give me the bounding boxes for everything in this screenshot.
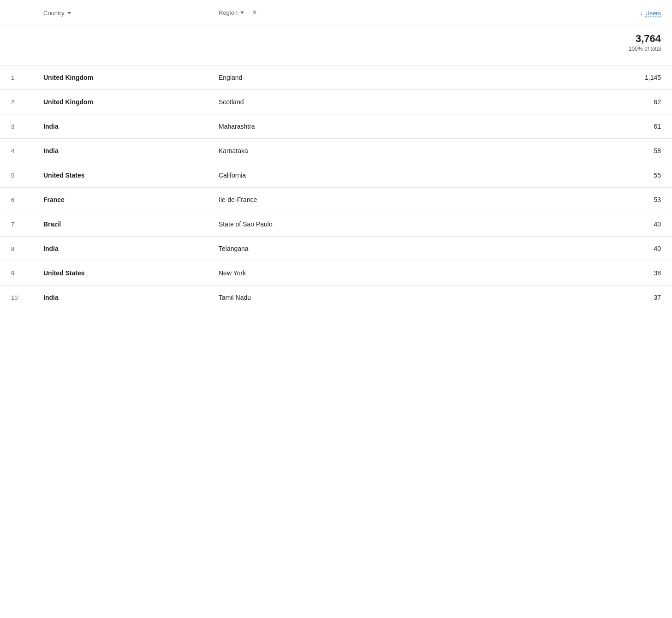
table-row: 1 United Kingdom England 1,145 — [0, 65, 672, 90]
index-header — [0, 0, 32, 25]
summary-percent: 100% of total — [554, 46, 661, 52]
table-row: 3 India Maharashtra 61 — [0, 114, 672, 139]
row-region-6: Ile-de-France — [208, 188, 543, 212]
region-header-wrap: Region × — [219, 8, 532, 17]
row-country-10: India — [32, 285, 208, 310]
region-close-button[interactable]: × — [252, 8, 256, 17]
table-row: 10 India Tamil Nadu 37 — [0, 285, 672, 310]
table-header-row: Country Region × ↓ — [0, 0, 672, 25]
row-users-3: 61 — [543, 114, 672, 139]
summary-country — [32, 25, 208, 65]
row-index-3: 3 — [0, 114, 32, 139]
region-sort-button[interactable]: Region — [219, 9, 244, 16]
row-users-10: 37 — [543, 285, 672, 310]
summary-total: 3,764 — [554, 33, 661, 45]
users-sort-icon: ↓ — [640, 10, 642, 17]
row-users-1: 1,145 — [543, 65, 672, 90]
row-index-5: 5 — [0, 163, 32, 188]
users-header-wrap: ↓ Users — [554, 10, 661, 17]
summary-row: 3,764 100% of total — [0, 25, 672, 65]
row-country-8: India — [32, 237, 208, 261]
row-country-6: France — [32, 188, 208, 212]
row-region-4: Karnataka — [208, 139, 543, 163]
row-country-4: India — [32, 139, 208, 163]
summary-region — [208, 25, 543, 65]
row-region-5: California — [208, 163, 543, 188]
country-header[interactable]: Country — [32, 0, 208, 25]
row-country-1: United Kingdom — [32, 65, 208, 90]
row-users-7: 40 — [543, 212, 672, 237]
row-index-8: 8 — [0, 237, 32, 261]
row-country-2: United Kingdom — [32, 90, 208, 114]
table-row: 7 Brazil State of Sao Paulo 40 — [0, 212, 672, 237]
row-region-8: Telangana — [208, 237, 543, 261]
summary-index — [0, 25, 32, 65]
row-country-9: United States — [32, 261, 208, 285]
row-users-5: 55 — [543, 163, 672, 188]
table-row: 5 United States California 55 — [0, 163, 672, 188]
row-users-6: 53 — [543, 188, 672, 212]
row-index-4: 4 — [0, 139, 32, 163]
row-index-1: 1 — [0, 65, 32, 90]
country-sort-button[interactable]: Country — [43, 10, 71, 17]
country-label: Country — [43, 10, 65, 17]
analytics-table-container: Country Region × ↓ — [0, 0, 672, 618]
table-row: 2 United Kingdom Scotland 62 — [0, 90, 672, 114]
row-country-5: United States — [32, 163, 208, 188]
row-index-6: 6 — [0, 188, 32, 212]
row-country-3: India — [32, 114, 208, 139]
row-users-2: 62 — [543, 90, 672, 114]
region-label: Region — [219, 9, 238, 16]
row-index-9: 9 — [0, 261, 32, 285]
row-region-9: New York — [208, 261, 543, 285]
table-row: 6 France Ile-de-France 53 — [0, 188, 672, 212]
region-chevron-icon — [240, 12, 244, 14]
table-row: 9 United States New York 38 — [0, 261, 672, 285]
row-region-3: Maharashtra — [208, 114, 543, 139]
row-index-10: 10 — [0, 285, 32, 310]
row-users-8: 40 — [543, 237, 672, 261]
table-row: 8 India Telangana 40 — [0, 237, 672, 261]
row-region-10: Tamil Nadu — [208, 285, 543, 310]
row-users-4: 58 — [543, 139, 672, 163]
row-users-9: 38 — [543, 261, 672, 285]
users-header[interactable]: ↓ Users — [543, 0, 672, 25]
row-index-7: 7 — [0, 212, 32, 237]
table-row: 4 India Karnataka 58 — [0, 139, 672, 163]
row-region-1: England — [208, 65, 543, 90]
row-region-2: Scotland — [208, 90, 543, 114]
row-index-2: 2 — [0, 90, 32, 114]
row-region-7: State of Sao Paulo — [208, 212, 543, 237]
users-label[interactable]: Users — [645, 10, 661, 17]
summary-users-cell: 3,764 100% of total — [543, 25, 672, 65]
region-header[interactable]: Region × — [208, 0, 543, 25]
country-chevron-icon — [67, 12, 71, 14]
row-country-7: Brazil — [32, 212, 208, 237]
